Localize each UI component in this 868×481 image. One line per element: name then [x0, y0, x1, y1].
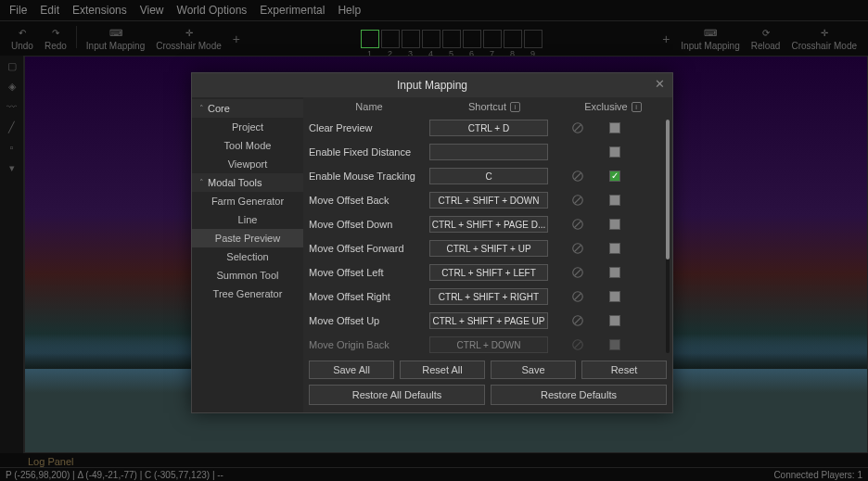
- side-toolbar: ▢ ◈ 〰 ╱ ▫ ▾: [0, 56, 24, 453]
- sidebar-item-tree-generator[interactable]: Tree Generator: [192, 285, 303, 303]
- toolbar-add-right[interactable]: +: [657, 32, 675, 46]
- dialog-rows-container: Clear PreviewCTRL + DEnable Fixed Distan…: [303, 116, 672, 357]
- shortcut-input[interactable]: C: [429, 168, 548, 184]
- save-button[interactable]: Save: [491, 361, 576, 379]
- shortcut-input[interactable]: CTRL + D: [429, 120, 548, 136]
- hotbar-slot-2[interactable]: 2: [381, 30, 400, 48]
- svg-line-1: [575, 125, 581, 132]
- menu-help[interactable]: Help: [338, 4, 361, 17]
- shortcut-input[interactable]: [429, 144, 548, 160]
- hotbar-slot-6[interactable]: 6: [463, 30, 481, 48]
- mapping-row: Enable Fixed Distance: [309, 140, 667, 164]
- menu-experimental[interactable]: Experimental: [260, 4, 325, 17]
- selection-tool-icon[interactable]: ▢: [6, 59, 19, 72]
- mapping-name: Enable Fixed Distance: [309, 146, 429, 158]
- sidebar-item-paste-preview[interactable]: Paste Preview: [192, 229, 303, 247]
- exclusive-checkbox[interactable]: [609, 171, 620, 182]
- menu-view[interactable]: View: [140, 4, 164, 17]
- toolbar-input-mapping[interactable]: ⌨Input Mapping: [675, 26, 745, 51]
- disabled-icon-cell: [559, 338, 596, 351]
- exclusive-checkbox[interactable]: [609, 339, 620, 350]
- hotbar-slot-3[interactable]: 3: [402, 30, 420, 48]
- toolbar-crosshair-mode[interactable]: ✛Crosshair Mode: [785, 26, 862, 51]
- col-shortcut: Shortcut: [468, 101, 506, 112]
- mapping-name: Move Offset Forward: [309, 243, 429, 254]
- mapping-row: Move Offset LeftCTRL + SHIFT + LEFT: [309, 260, 667, 285]
- exclusive-checkbox[interactable]: [609, 267, 620, 278]
- mapping-row: Move Origin BackCTRL + DOWN: [309, 333, 667, 357]
- disabled-icon-cell: [559, 314, 596, 327]
- shortcut-input[interactable]: CTRL + DOWN: [429, 336, 548, 353]
- menu-file[interactable]: File: [9, 4, 27, 17]
- scrollbar[interactable]: [666, 120, 670, 353]
- more-tool-icon[interactable]: ▫: [6, 141, 19, 154]
- menu-world-options[interactable]: World Options: [177, 4, 248, 17]
- reset-all-button[interactable]: Reset All: [400, 361, 485, 379]
- brush-tool-icon[interactable]: 〰: [6, 100, 19, 113]
- hotbar-slot-4[interactable]: 4: [422, 30, 440, 48]
- hotbar: 123456789: [361, 30, 542, 48]
- input-mapping-dialog: Input Mapping ✕ CoreProjectTool ModeView…: [191, 72, 673, 413]
- mapping-row: Move Offset ForwardCTRL + SHIFT + UP: [309, 236, 667, 260]
- hotbar-slot-7[interactable]: 7: [483, 30, 502, 48]
- exclusive-checkbox[interactable]: [609, 291, 620, 302]
- toolbar-add-left[interactable]: +: [227, 32, 246, 46]
- exclusive-checkbox[interactable]: [609, 195, 620, 206]
- toolbar-reload[interactable]: ⟳Reload: [746, 26, 786, 51]
- sidebar-item-line[interactable]: Line: [192, 210, 303, 229]
- toolbar-input-mapping[interactable]: ⌨Input Mapping: [81, 26, 150, 51]
- disabled-icon-cell: [559, 266, 596, 279]
- toolbar-undo[interactable]: ↶Undo: [6, 26, 39, 51]
- toolbar-redo[interactable]: ↷Redo: [39, 26, 72, 51]
- hotbar-slot-1[interactable]: 1: [361, 30, 379, 48]
- mapping-name: Move Offset Up: [309, 315, 429, 326]
- hotbar-slot-5[interactable]: 5: [442, 30, 461, 48]
- sidebar-item-viewport[interactable]: Viewport: [192, 155, 303, 173]
- toolbar-crosshair-mode[interactable]: ✛Crosshair Mode: [150, 26, 227, 51]
- sidebar-item-summon-tool[interactable]: Summon Tool: [192, 266, 303, 285]
- svg-line-13: [575, 294, 581, 300]
- input-mapping-icon: ⌨: [109, 26, 122, 39]
- reset-button[interactable]: Reset: [581, 361, 667, 379]
- shortcut-input[interactable]: CTRL + SHIFT + PAGE UP: [429, 312, 548, 329]
- mapping-row: Clear PreviewCTRL + D: [309, 116, 667, 140]
- line-tool-icon[interactable]: ╱: [6, 120, 19, 133]
- status-bar: P (-256,98,200) | Δ (-49,-21,-77) | C (-…: [0, 467, 868, 481]
- shortcut-input[interactable]: CTRL + SHIFT + UP: [429, 240, 548, 257]
- sidebar-header-core[interactable]: Core: [192, 99, 303, 118]
- hotbar-slot-9[interactable]: 9: [524, 30, 542, 48]
- hotbar-slot-8[interactable]: 8: [504, 30, 522, 48]
- menu-extensions[interactable]: Extensions: [72, 4, 127, 17]
- restore-all-defaults-button[interactable]: Restore All Defaults: [309, 385, 485, 405]
- scrollbar-thumb[interactable]: [666, 120, 670, 259]
- svg-line-11: [575, 270, 581, 276]
- cube-tool-icon[interactable]: ◈: [6, 80, 19, 93]
- crosshair-mode-icon: ✛: [183, 26, 196, 39]
- status-players: Connected Players: 1: [773, 470, 862, 480]
- sidebar-item-farm-generator[interactable]: Farm Generator: [192, 192, 303, 210]
- exclusive-checkbox[interactable]: [609, 315, 620, 326]
- menu-edit[interactable]: Edit: [40, 4, 59, 17]
- disabled-icon-cell: [559, 242, 596, 255]
- shortcut-input[interactable]: CTRL + SHIFT + RIGHT: [429, 288, 548, 305]
- disabled-icon-cell: [559, 170, 596, 183]
- restore-defaults-button[interactable]: Restore Defaults: [491, 385, 667, 405]
- sidebar-item-tool-mode[interactable]: Tool Mode: [192, 136, 303, 155]
- close-icon[interactable]: ✕: [655, 77, 665, 91]
- shortcut-input[interactable]: CTRL + SHIFT + LEFT: [429, 264, 548, 281]
- info-icon[interactable]: i: [632, 102, 642, 112]
- dropdown-icon[interactable]: ▾: [6, 161, 19, 174]
- disabled-icon-cell: [559, 218, 596, 231]
- log-panel-label[interactable]: Log Panel: [28, 456, 74, 467]
- sidebar-item-project[interactable]: Project: [192, 118, 303, 136]
- info-icon[interactable]: i: [510, 102, 520, 112]
- shortcut-input[interactable]: CTRL + SHIFT + PAGE D...: [429, 216, 548, 233]
- exclusive-checkbox[interactable]: [609, 122, 620, 133]
- sidebar-item-selection[interactable]: Selection: [192, 247, 303, 266]
- exclusive-checkbox[interactable]: [609, 243, 620, 254]
- shortcut-input[interactable]: CTRL + SHIFT + DOWN: [429, 192, 548, 209]
- save-all-button[interactable]: Save All: [309, 361, 394, 379]
- sidebar-header-modal-tools[interactable]: Modal Tools: [192, 173, 303, 192]
- exclusive-checkbox[interactable]: [609, 146, 620, 158]
- exclusive-checkbox[interactable]: [609, 219, 620, 230]
